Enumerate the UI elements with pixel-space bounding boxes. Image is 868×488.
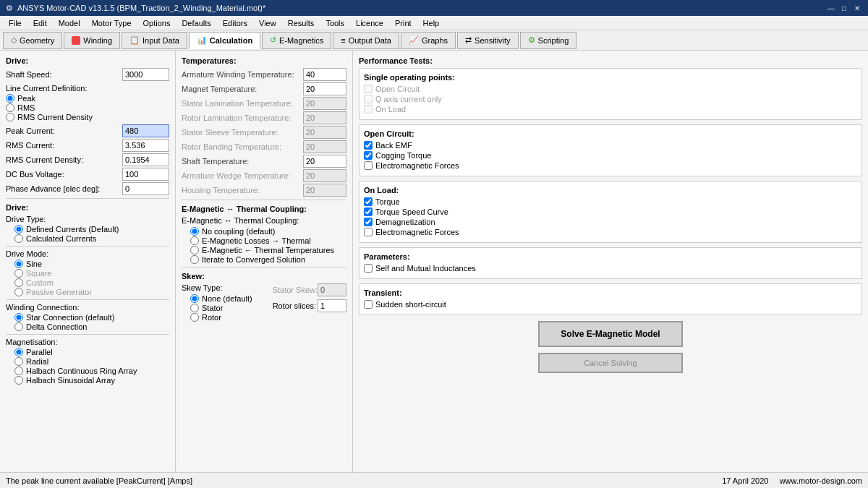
rms-density-input[interactable] [122,153,169,166]
rotor-banding-temp-input [303,140,346,153]
parameters-header: Parameters: [364,252,857,261]
armature-winding-temp-input[interactable] [303,68,346,81]
tab-input-data[interactable]: 📋 Input Data [122,32,187,49]
stator-lam-temp-input [303,97,346,110]
menu-options[interactable]: Options [137,17,176,29]
cb-self-mutual-inductances[interactable]: Self and Mutual Inductances [364,264,857,273]
tab-calculation[interactable]: 📊 Calculation [189,32,260,49]
menu-help[interactable]: Help [417,17,446,29]
menu-bar: File Edit Model Motor Type Options Defau… [0,16,868,30]
radio-square[interactable]: Square [6,269,169,278]
menu-editors[interactable]: Editors [217,17,253,29]
menu-model[interactable]: Model [53,17,86,29]
rms-density-label: RMS Current Density: [6,155,122,164]
tab-e-magnetics[interactable]: ↺ E-Magnetics [262,32,331,49]
transient-header: Transient: [364,288,857,297]
skew-type-label: Skew Type: [182,283,267,292]
radio-skew-rotor[interactable]: Rotor [182,313,267,322]
armature-wedge-temp-input [303,169,346,182]
cb-torque[interactable]: Torque [364,197,857,206]
stator-sleeve-temp-label: Stator Sleeve Temperature: [182,128,303,137]
menu-motor-type[interactable]: Motor Type [86,17,137,29]
magnet-temp-input[interactable] [303,82,346,95]
open-circuit-header: Open Circuit: [364,129,857,138]
radio-halbach-cont[interactable]: Halbach Continuous Ring Array [6,367,169,375]
housing-temp-input [303,184,346,197]
peak-current-label: Peak Current: [6,127,122,135]
radio-radial[interactable]: Radial [6,357,169,366]
housing-temp-label: Housing Temperature: [182,186,303,194]
cb-torque-speed-curve[interactable]: Torque Speed Curve [364,207,857,216]
peak-current-input[interactable] [122,124,169,137]
right-panel: Performance Tests: Single operating poin… [353,51,868,472]
radio-halbach-sin[interactable]: Halbach Sinusoidal Array [6,376,169,385]
cb-em-forces-oc[interactable]: Electromagnetic Forces [364,161,857,170]
toolbar: ◇ Geometry Winding 📋 Input Data 📊 Calcul… [0,30,868,51]
radio-defined-currents[interactable]: Defined Currents (Default) [6,225,169,234]
radio-iterate-converged[interactable]: Iterate to Converged Solution [182,255,346,264]
radio-delta-conn[interactable]: Delta Connection [6,322,169,331]
solve-button[interactable]: Solve E-Magnetic Model [538,321,683,347]
rotor-slices-input[interactable] [318,299,346,312]
tab-sensitivity[interactable]: ⇄ Sensitivity [457,32,519,49]
menu-tools[interactable]: Tools [320,17,350,29]
armature-winding-temp-label: Armature Winding Temperature: [182,70,303,79]
radio-custom[interactable]: Custom [6,278,169,287]
tab-winding[interactable]: Winding [64,32,120,49]
radio-no-coupling[interactable]: No coupling (default) [182,227,346,236]
radio-skew-none[interactable]: None (default) [182,294,267,303]
tab-graphs[interactable]: 📈 Graphs [401,32,456,49]
cb-open-circuit-single[interactable]: Open Circuit [364,85,857,93]
tab-geometry[interactable]: ◇ Geometry [3,32,62,49]
cb-cogging-torque[interactable]: Cogging Torque [364,151,857,160]
maximize-button[interactable]: □ [839,3,849,13]
radio-rms-density[interactable]: RMS Current Density [6,113,169,121]
cb-sudden-short-circuit[interactable]: Sudden short-circuit [364,300,857,309]
rotor-lam-temp-label: Rotor Lamination Temperature: [182,114,303,122]
cb-on-load-single[interactable]: On Load [364,105,857,114]
phase-advance-input[interactable] [122,182,169,195]
radio-star-conn[interactable]: Star Connection (default) [6,313,169,322]
rms-current-input[interactable] [122,139,169,152]
shaft-temp-input[interactable] [303,155,346,168]
tab-output-data[interactable]: ≡ Output Data [333,32,399,49]
menu-results[interactable]: Results [282,17,320,29]
cb-q-axis-current[interactable]: Q axis current only [364,95,857,103]
title-bar: ⚙ ANSYS Motor-CAD v13.1.5 (BPM_Traction_… [0,0,868,16]
stator-skew-input [318,283,346,296]
radio-sine[interactable]: Sine [6,260,169,268]
rotor-slices-label: Rotor slices: [273,301,318,310]
close-button[interactable]: ✕ [852,3,862,13]
radio-calculated-currents[interactable]: Calculated Currents [6,234,169,243]
radio-peak[interactable]: Peak [6,94,169,103]
stator-sleeve-temp-input [303,126,346,139]
emag-thermal-label: E-Magnetic ↔ Thermal Coupling: [182,216,346,225]
performance-header: Performance Tests: [359,56,862,65]
menu-licence[interactable]: Licence [350,17,389,29]
radio-emag-losses-thermal[interactable]: E-Magnetic Losses → Thermal [182,236,346,245]
tab-scripting[interactable]: ⚙ Scripting [520,32,577,49]
menu-defaults[interactable]: Defaults [176,17,216,29]
shaft-speed-input[interactable] [122,68,169,81]
menu-print[interactable]: Print [389,17,417,29]
radio-passive-gen[interactable]: Passive Generator [6,288,169,296]
menu-file[interactable]: File [3,17,27,29]
dc-bus-input[interactable] [122,168,169,181]
menu-view[interactable]: View [253,17,282,29]
radio-emag-thermal-temps[interactable]: E-Magnetic ← Thermal Temperatures [182,246,346,254]
phase-advance-label: Phase Advance [elec deg]: [6,184,122,193]
cancel-button[interactable]: Cancel Solving [538,353,683,373]
status-bar: The peak line current available [PeakCur… [0,472,868,488]
cb-demagnetization[interactable]: Demagnetization [364,218,857,226]
radio-skew-stator[interactable]: Stator [182,304,267,312]
radio-rms[interactable]: RMS [6,103,169,112]
armature-wedge-temp-label: Armature Wedge Temperature: [182,171,303,180]
cb-em-forces-ol[interactable]: Electromagnetic Forces [364,228,857,236]
radio-parallel[interactable]: Parallel [6,348,169,356]
left-panel: Drive: Shaft Speed: Line Current Definit… [0,51,176,472]
minimize-button[interactable]: — [826,3,836,13]
on-load-header: On Load: [364,186,857,194]
status-right: 17 April 2020 www.motor-design.com [722,476,862,485]
cb-back-emf[interactable]: Back EMF [364,141,857,150]
menu-edit[interactable]: Edit [27,17,53,29]
